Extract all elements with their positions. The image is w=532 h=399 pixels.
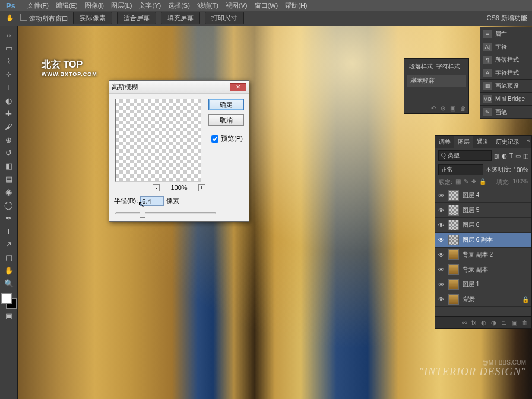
visibility-icon[interactable]: 👁 [438, 207, 445, 214]
layer-thumb[interactable] [448, 205, 459, 216]
delete-icon[interactable]: 🗑 [522, 319, 528, 326]
layer-row[interactable]: 👁图层 4 [435, 188, 531, 203]
adjust-icon[interactable]: ◑ [491, 319, 496, 326]
menu-file[interactable]: 文件(F) [24, 1, 52, 10]
lasso-tool-icon[interactable]: ⌇ [2, 55, 16, 67]
menu-filter[interactable]: 滤镜(T) [194, 1, 222, 10]
preview-checkbox[interactable]: 预览(P) [211, 134, 243, 143]
style-item-basic[interactable]: 基本段落 [407, 75, 466, 87]
scroll-all-check[interactable]: 滚动所有窗口 [20, 14, 68, 23]
layer-row[interactable]: 👁图层 6 [435, 218, 531, 233]
mask-icon[interactable]: ◐ [481, 319, 486, 326]
layer-row[interactable]: 👁图层 5 [435, 203, 531, 218]
color-swatches[interactable] [1, 293, 17, 309]
lock-all-icon[interactable]: 🔒 [479, 178, 486, 186]
layer-row[interactable]: 👁图层 1 [435, 277, 531, 292]
layer-thumb[interactable] [448, 279, 459, 290]
layer-thumb[interactable] [448, 235, 459, 245]
layer-thumb[interactable] [448, 264, 459, 275]
layer-thumb[interactable] [448, 249, 459, 260]
slider-thumb[interactable] [140, 210, 145, 218]
lock-pos-icon[interactable]: ✥ [471, 178, 476, 186]
heal-tool-icon[interactable]: ✚ [2, 107, 16, 119]
tab-history[interactable]: 历史记录 [492, 136, 523, 148]
menu-help[interactable]: 帮助(H) [281, 1, 311, 10]
tab-char-styles[interactable]: 字符样式 [436, 63, 460, 69]
whats-new-label[interactable]: CS6 新增功能 [487, 14, 527, 23]
menu-window[interactable]: 窗口(W) [251, 1, 282, 10]
type-tool-icon[interactable]: T [2, 225, 16, 237]
hand-tool-icon[interactable]: ✋ [2, 264, 16, 276]
layer-row[interactable]: 👁图层 6 副本 [435, 233, 531, 248]
new-style-icon[interactable]: ▣ [450, 105, 455, 112]
visibility-icon[interactable]: 👁 [438, 281, 445, 288]
hand-tool-icon[interactable]: ✋ [5, 13, 15, 24]
fill-screen-button[interactable]: 填充屏幕 [161, 12, 200, 24]
brush-tool-icon[interactable]: 🖌 [2, 121, 16, 132]
visibility-icon[interactable]: 👁 [438, 192, 445, 199]
zoom-out-button[interactable]: - [153, 184, 160, 191]
ok-button[interactable]: 确定 [208, 99, 244, 110]
shape-tool-icon[interactable]: ▢ [2, 251, 16, 263]
actual-pixels-button[interactable]: 实际像素 [73, 12, 112, 24]
trash-icon[interactable]: 🗑 [460, 105, 466, 112]
panel-character[interactable]: A|字符 [480, 40, 532, 53]
eraser-tool-icon[interactable]: ◧ [2, 160, 16, 172]
layer-row[interactable]: 👁背景 副本 [435, 262, 531, 277]
visibility-icon[interactable]: 👁 [438, 252, 445, 258]
menu-type[interactable]: 文字(Y) [135, 1, 164, 10]
menu-view[interactable]: 视图(V) [222, 1, 251, 10]
marquee-tool-icon[interactable]: ▭ [2, 42, 16, 54]
panel-close-icon[interactable]: « [527, 137, 530, 144]
panel-brush[interactable]: ✎画笔 [480, 106, 532, 119]
lock-trans-icon[interactable]: ▦ [455, 178, 461, 186]
folder-icon[interactable]: 🗀 [501, 319, 507, 326]
cancel-button[interactable]: 取消 [208, 114, 244, 126]
close-icon[interactable]: ✕ [230, 83, 246, 91]
tab-channels[interactable]: 通道 [473, 136, 492, 148]
fill-value[interactable]: 100% [512, 178, 528, 186]
radius-slider[interactable] [115, 212, 216, 214]
tab-para-styles[interactable]: 段落样式 [409, 63, 433, 69]
tab-layers[interactable]: 图层 [454, 136, 473, 148]
lock-paint-icon[interactable]: ✎ [464, 178, 468, 186]
fx-icon[interactable]: fx [471, 319, 476, 326]
layer-kind-select[interactable]: Q 类型 [438, 150, 492, 161]
panel-properties[interactable]: ≡属性 [480, 27, 532, 40]
panel-charstyle[interactable]: A字符样式 [480, 66, 532, 80]
tab-adjust[interactable]: 调整 [435, 136, 454, 148]
dodge-tool-icon[interactable]: ◯ [2, 199, 16, 211]
clear-icon[interactable]: ⊘ [441, 105, 445, 112]
quickmask-icon[interactable]: ▣ [2, 309, 16, 321]
layer-thumb[interactable] [448, 190, 459, 201]
layer-row[interactable]: 👁背景🔒 [435, 292, 531, 307]
undo-icon[interactable]: ↶ [431, 105, 436, 112]
dialog-titlebar[interactable]: 高斯模糊 ✕ [109, 81, 249, 94]
zoom-in-button[interactable]: + [198, 184, 205, 191]
menu-layer[interactable]: 图层(L) [107, 1, 135, 10]
path-tool-icon[interactable]: ↗ [2, 238, 16, 250]
fit-screen-button[interactable]: 适合屏幕 [117, 12, 156, 24]
blend-mode-select[interactable]: 正常 [438, 164, 483, 175]
visibility-icon[interactable]: 👁 [438, 237, 445, 243]
zoom-tool-icon[interactable]: 🔍 [2, 277, 16, 289]
menu-edit[interactable]: 编辑(E) [52, 1, 81, 10]
opacity-value[interactable]: 100% [513, 167, 528, 173]
history-brush-icon[interactable]: ↺ [2, 147, 16, 159]
filter-text-icon[interactable]: T [509, 153, 513, 159]
panel-parastyle[interactable]: ¶段落样式 [480, 53, 532, 66]
eyedropper-tool-icon[interactable]: ◐ [2, 94, 16, 106]
filter-smart-icon[interactable]: ◫ [523, 153, 528, 159]
link-icon[interactable]: ⚯ [462, 319, 467, 326]
gradient-tool-icon[interactable]: ▤ [2, 173, 16, 185]
print-size-button[interactable]: 打印尺寸 [205, 12, 244, 24]
panel-minibridge[interactable]: MBMini Bridge [480, 93, 532, 106]
radius-input[interactable] [140, 196, 164, 206]
filter-adj-icon[interactable]: ◐ [502, 153, 507, 159]
new-layer-icon[interactable]: ▣ [512, 319, 517, 326]
filter-shape-icon[interactable]: ▭ [515, 153, 521, 159]
layer-thumb[interactable] [448, 294, 459, 305]
menu-image[interactable]: 图像(I) [81, 1, 107, 10]
layer-row[interactable]: 👁背景 副本 2 [435, 248, 531, 262]
visibility-icon[interactable]: 👁 [438, 222, 445, 229]
